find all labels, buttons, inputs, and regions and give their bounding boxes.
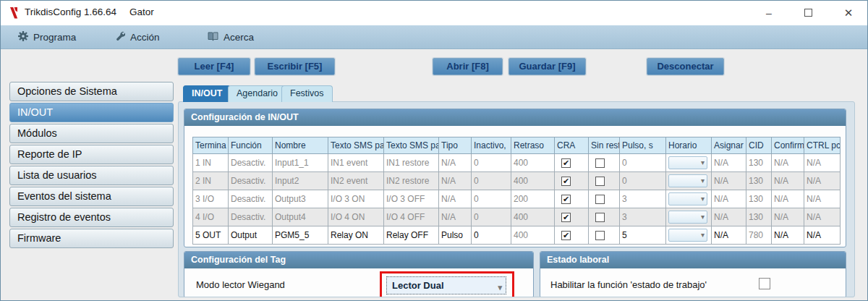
wiegand-mode-dropdown[interactable]: Lector Dual — [386, 276, 506, 294]
sin-rest-checkbox[interactable] — [595, 177, 605, 186]
cell-terminal[interactable]: 2 IN — [193, 172, 229, 190]
disconnect-button[interactable]: Desconectar — [647, 58, 724, 75]
sidebar-item-eventos-del-sistema[interactable]: Eventos del sistema — [9, 187, 174, 206]
cell-cid[interactable]: 130 — [746, 190, 772, 208]
cell-ctrl[interactable]: N/A — [804, 190, 841, 208]
cell-pulso[interactable]: 3 — [620, 190, 666, 208]
cell-texto-sms-event[interactable]: I/O 4 ON — [328, 208, 384, 226]
cell-funcion[interactable]: Desactiv. — [229, 172, 273, 190]
cell-funcion[interactable]: Desactiv. — [229, 190, 273, 208]
write-button[interactable]: Escribir [F5] — [255, 58, 335, 75]
read-button[interactable]: Leer [F4] — [178, 58, 250, 75]
menu-acerca[interactable]: Acerca — [208, 25, 254, 49]
sidebar-item-m-dulos[interactable]: Módulos — [9, 124, 174, 143]
cell-nombre[interactable]: Output4 — [273, 208, 328, 226]
cell-ctrl[interactable]: N/A — [804, 154, 841, 172]
sidebar-item-in-out[interactable]: IN/OUT — [9, 103, 174, 122]
cell-nombre[interactable]: Output3 — [273, 190, 328, 208]
cell-tipo[interactable]: Pulso — [439, 226, 472, 245]
minimize-button[interactable]: – — [753, 1, 785, 25]
cell-texto-sms-restore[interactable]: Relay OFF — [384, 226, 439, 245]
cra-checkbox[interactable]: ✔ — [561, 158, 571, 168]
menu-accion[interactable]: Acción — [115, 25, 160, 49]
cell-terminal[interactable]: 3 I/O — [193, 190, 229, 208]
cell-ctrl[interactable]: N/A — [804, 172, 841, 190]
cell-tipo[interactable]: N/A — [439, 154, 472, 172]
cell-asignar[interactable]: N/A — [712, 190, 746, 208]
horario-dropdown[interactable] — [668, 229, 707, 242]
sin-rest-checkbox[interactable] — [595, 213, 605, 222]
cell-confirm[interactable]: N/A — [772, 226, 804, 245]
cell-tipo[interactable]: N/A — [439, 172, 472, 190]
cell-cid[interactable]: 780 — [746, 226, 772, 245]
cell-ctrl[interactable]: N/A — [804, 208, 841, 226]
cell-texto-sms-restore[interactable]: I/O 3 OFF — [384, 190, 439, 208]
sin-rest-checkbox[interactable] — [595, 231, 605, 240]
tab-festivos[interactable]: Festivos — [281, 85, 333, 102]
cra-checkbox[interactable]: ✔ — [561, 231, 571, 240]
horario-dropdown[interactable] — [668, 192, 707, 205]
cell-terminal[interactable]: 4 I/O — [193, 208, 229, 226]
cell-confirm[interactable]: N/A — [772, 190, 804, 208]
cell-cid[interactable]: 130 — [746, 172, 772, 190]
cell-asignar[interactable]: N/A — [712, 208, 746, 226]
sin-rest-checkbox[interactable] — [595, 158, 605, 168]
sidebar-item-reporte-de-ip[interactable]: Reporte de IP — [9, 145, 174, 164]
sidebar-item-lista-de-usuarios[interactable]: Lista de usuarios — [9, 166, 174, 185]
open-button[interactable]: Abrir [F8] — [433, 58, 503, 75]
tab-agendario[interactable]: Agendario — [228, 85, 286, 102]
cra-checkbox[interactable]: ✔ — [561, 213, 571, 222]
cell-retraso[interactable]: 400 — [511, 154, 555, 172]
cell-texto-sms-restore[interactable]: IN1 restore — [384, 154, 439, 172]
cell-funcion[interactable]: Desactiv. — [229, 208, 273, 226]
cell-texto-sms-restore[interactable]: IN2 restore — [384, 172, 439, 190]
cell-texto-sms-restore[interactable]: I/O 4 OFF — [384, 208, 439, 226]
horario-dropdown[interactable] — [668, 211, 707, 224]
work-state-checkbox[interactable] — [759, 278, 770, 289]
save-button[interactable]: Guardar [F9] — [509, 58, 586, 75]
cell-funcion[interactable]: Desactiv. — [229, 154, 273, 172]
cell-texto-sms-event[interactable]: IN1 event — [328, 154, 384, 172]
cell-terminal[interactable]: 5 OUT — [193, 226, 229, 245]
cell-ctrl[interactable]: N/A — [804, 226, 841, 245]
sidebar-item-registro-de-eventos[interactable]: Registro de eventos — [9, 208, 174, 227]
tab-in-out[interactable]: IN/OUT — [183, 85, 231, 102]
cell-nombre[interactable]: Input1_1 — [273, 154, 328, 172]
cell-texto-sms-event[interactable]: I/O 3 ON — [328, 190, 384, 208]
cell-nombre[interactable]: Input2 — [273, 172, 328, 190]
cell-pulso[interactable]: 3 — [620, 208, 666, 226]
cell-funcion[interactable]: Output — [229, 226, 273, 245]
cell-tipo[interactable]: N/A — [439, 190, 472, 208]
cell-retraso[interactable]: 200 — [511, 190, 555, 208]
cra-checkbox[interactable]: ✔ — [561, 195, 571, 204]
cell-confirm[interactable]: N/A — [772, 208, 804, 226]
sin-rest-checkbox[interactable] — [595, 195, 605, 204]
cell-inactivo[interactable]: 0 — [472, 226, 511, 245]
maximize-button[interactable] — [792, 1, 824, 25]
cell-pulso[interactable]: 5 — [620, 226, 666, 245]
cell-asignar[interactable]: N/A — [712, 154, 746, 172]
menu-programa[interactable]: Programa — [18, 25, 76, 49]
cell-texto-sms-event[interactable]: Relay ON — [328, 226, 384, 245]
cell-terminal[interactable]: 1 IN — [193, 154, 229, 172]
horario-dropdown[interactable] — [668, 174, 707, 187]
cell-confirm[interactable]: N/A — [772, 172, 804, 190]
cell-inactivo[interactable]: 0 — [472, 208, 511, 226]
cell-pulso[interactable]: 0 — [620, 172, 666, 190]
cell-tipo[interactable]: N/A — [439, 208, 472, 226]
cra-checkbox[interactable]: ✔ — [561, 177, 571, 186]
sidebar-item-opciones-de-sistema[interactable]: Opciones de Sistema — [9, 82, 174, 101]
cell-confirm[interactable]: N/A — [772, 154, 804, 172]
cell-inactivo[interactable]: 0 — [472, 154, 511, 172]
cell-inactivo[interactable]: 0 — [472, 172, 511, 190]
cell-retraso[interactable]: 400 — [511, 172, 555, 190]
cell-cid[interactable]: 130 — [746, 154, 772, 172]
cell-nombre[interactable]: PGM5_5 — [273, 226, 328, 245]
cell-inactivo[interactable]: 0 — [472, 190, 511, 208]
cell-texto-sms-event[interactable]: IN2 event — [328, 172, 384, 190]
cell-asignar[interactable]: N/A — [712, 172, 746, 190]
cell-pulso[interactable]: 0 — [620, 154, 666, 172]
sidebar-item-firmware[interactable]: Firmware — [9, 229, 174, 248]
horario-dropdown[interactable] — [668, 156, 707, 169]
cell-retraso[interactable]: 400 — [511, 208, 555, 226]
